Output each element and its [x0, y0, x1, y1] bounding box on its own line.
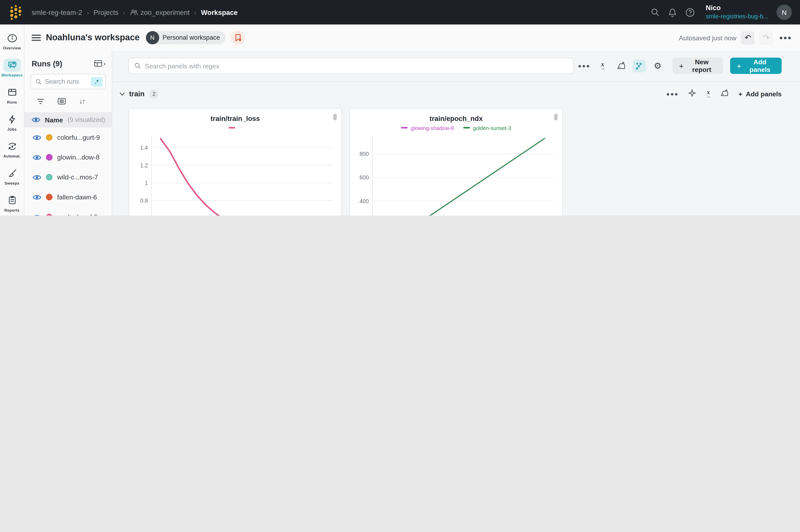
- rail-item-jobs[interactable]: Jobs: [0, 113, 23, 131]
- runs-name-header[interactable]: Name (9 visualized): [24, 112, 112, 128]
- line-chart[interactable]: 0.40.60.811.21.402004006008001kStep: [129, 132, 341, 215]
- svg-text:1.2: 1.2: [140, 162, 148, 169]
- rail-item-automations[interactable]: Automat.: [0, 140, 23, 158]
- workspace-overflow-menu[interactable]: ●●●: [779, 34, 792, 41]
- visibility-eye-icon[interactable]: [33, 214, 41, 215]
- user-info[interactable]: Nico smle-registries-bug-b...: [706, 4, 768, 20]
- notifications-bell-icon[interactable]: [664, 3, 681, 21]
- run-row[interactable]: wild-c...mos-7: [24, 167, 112, 187]
- runs-search[interactable]: .*: [31, 74, 106, 89]
- add-panels-button[interactable]: + Add panels: [730, 58, 782, 74]
- new-report-button[interactable]: + New report: [672, 58, 723, 74]
- left-rail: OverviewWorkspaceRunsJobsAutomat.SweepsR…: [0, 24, 24, 215]
- drag-handle[interactable]: [333, 114, 337, 120]
- redo-button[interactable]: ↷: [759, 31, 773, 45]
- rail-item-workspace[interactable]: Workspace: [0, 59, 23, 77]
- menu-hamburger-icon[interactable]: [32, 35, 41, 41]
- panel-toolbar: ●●● x→ ⚙ + New report +: [112, 51, 800, 82]
- rail-item-sweeps[interactable]: Sweeps: [0, 167, 23, 186]
- overview-icon: [3, 32, 21, 45]
- run-name: colorfu...gurt-9: [57, 134, 100, 141]
- chart-legend: : -: [129, 124, 341, 132]
- x-axis-settings-icon[interactable]: x→: [706, 90, 711, 98]
- plus-icon: +: [737, 61, 741, 70]
- svg-text:1.4: 1.4: [140, 145, 148, 151]
- legend-label: golden-sunset-3: [473, 125, 511, 131]
- reports-icon: [3, 194, 21, 207]
- help-icon[interactable]: [681, 3, 699, 21]
- plus-icon: +: [679, 61, 684, 70]
- wandb-logo-icon[interactable]: [7, 3, 25, 21]
- runs-table-icon[interactable]: [94, 60, 103, 68]
- run-row[interactable]: exalted-surf-5: [24, 207, 112, 215]
- breadcrumb-project[interactable]: zoo_experiment: [141, 8, 190, 16]
- panel-bank-icon[interactable]: [721, 89, 729, 99]
- sweeps-icon: [3, 167, 21, 180]
- sort-icon[interactable]: ↓↑: [79, 97, 85, 105]
- chart-title: train/epoch_ndx: [350, 115, 562, 122]
- filter-icon[interactable]: [37, 98, 44, 104]
- legend-item[interactable]: golden-sunset-3: [463, 125, 511, 131]
- scatter-panels-icon[interactable]: [633, 59, 646, 72]
- panel-search[interactable]: [129, 58, 574, 74]
- avatar[interactable]: N: [777, 4, 792, 20]
- workspace-owner-avatar: N: [146, 31, 159, 44]
- runs-sidebar: Runs (9) › .*: [24, 51, 112, 215]
- search-icon[interactable]: [647, 3, 664, 21]
- run-color-dot: [46, 134, 53, 141]
- panel-search-input[interactable]: [145, 62, 568, 70]
- svg-text:0.6: 0.6: [140, 215, 148, 215]
- runs-search-input[interactable]: [45, 78, 85, 85]
- section-sparkle-icon[interactable]: [689, 89, 696, 99]
- visibility-eye-icon[interactable]: [33, 154, 41, 160]
- drag-handle[interactable]: [554, 114, 558, 120]
- panel-epoch-ndx[interactable]: train/epoch_ndx glowing-shadow-8golden-s…: [350, 108, 563, 215]
- panel-bank-icon[interactable]: [614, 59, 628, 72]
- workspace-badge-label: Personal workspace: [163, 34, 220, 41]
- breadcrumb-team[interactable]: smle-reg-team-2: [32, 8, 82, 16]
- run-row[interactable]: fallen-dawn-6: [24, 187, 112, 207]
- workspace-header: Noahluna's workspace N Personal workspac…: [24, 24, 800, 51]
- rail-item-reports[interactable]: Reports: [0, 194, 23, 212]
- group-list-icon[interactable]: [58, 98, 66, 104]
- autosave-status: Autosaved just now: [679, 34, 736, 41]
- collapse-section-icon[interactable]: [119, 92, 125, 95]
- settings-gear-icon[interactable]: ⚙: [651, 59, 664, 72]
- undo-button[interactable]: ↶: [741, 31, 755, 45]
- breadcrumb-projects[interactable]: Projects: [93, 8, 118, 16]
- legend-dash: [401, 127, 408, 128]
- user-name: Nico: [706, 4, 768, 13]
- run-name: glowin...dow-8: [57, 154, 99, 161]
- legend-item[interactable]: glowing-shadow-8: [401, 125, 454, 131]
- section-title[interactable]: train: [129, 90, 145, 98]
- svg-text:0.8: 0.8: [140, 197, 148, 204]
- panel-overflow-menu-icon[interactable]: ●●●: [577, 59, 591, 72]
- run-row[interactable]: colorfu...gurt-9: [24, 128, 112, 147]
- team-icon: [130, 9, 137, 16]
- run-color-dot: [46, 214, 53, 215]
- run-color-dot: [46, 154, 53, 160]
- run-row[interactable]: glowin...dow-8: [24, 147, 112, 167]
- expand-runs-icon[interactable]: ›: [104, 60, 106, 68]
- clear-workspace-icon[interactable]: [230, 31, 245, 45]
- workspace-icon: [3, 59, 21, 72]
- visibility-eye-icon[interactable]: [33, 194, 41, 200]
- breadcrumb-separator: ›: [194, 8, 197, 16]
- rail-item-runs[interactable]: Runs: [0, 86, 23, 104]
- user-team-link[interactable]: smle-registries-bug-b...: [706, 13, 768, 20]
- run-name: fallen-dawn-6: [57, 193, 97, 201]
- line-chart[interactable]: 20040060080002004006008001kStep: [350, 132, 562, 215]
- legend-item[interactable]: : -: [228, 126, 242, 130]
- visibility-eye-icon[interactable]: [32, 117, 40, 123]
- visibility-eye-icon[interactable]: [33, 174, 41, 180]
- rail-item-overview[interactable]: Overview: [0, 32, 23, 51]
- svg-text:1: 1: [145, 180, 148, 186]
- section-add-panels-button[interactable]: + Add panels: [738, 90, 782, 98]
- regex-toggle[interactable]: .*: [91, 77, 103, 87]
- x-axis-settings-icon[interactable]: x→: [596, 59, 609, 72]
- personal-workspace-badge[interactable]: N Personal workspace: [146, 31, 225, 44]
- search-icon: [35, 78, 42, 85]
- visibility-eye-icon[interactable]: [33, 134, 41, 140]
- section-overflow-menu-icon[interactable]: ●●●: [666, 91, 678, 97]
- panel-train-loss[interactable]: train/train_loss : - 0.40.60.811.21.4020…: [129, 108, 342, 215]
